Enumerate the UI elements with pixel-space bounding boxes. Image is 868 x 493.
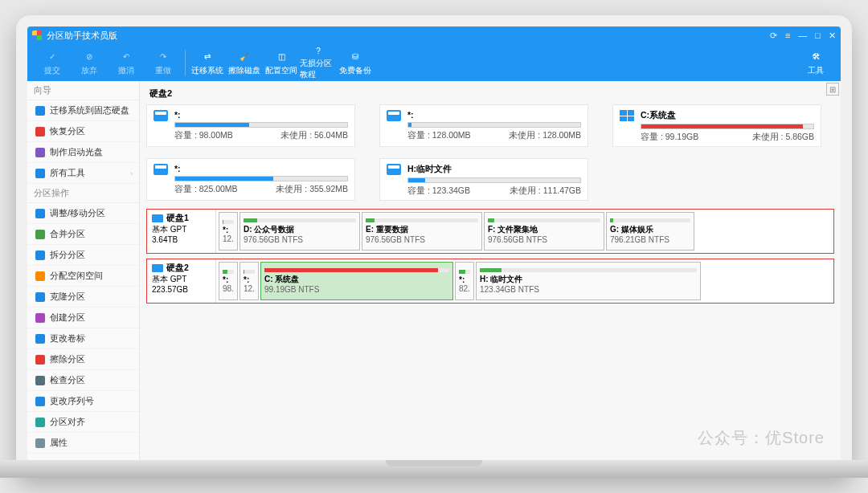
partition-card-4[interactable]: H:临时文件容量 : 123.34GB未使用 : 111.47GB (379, 158, 588, 201)
undo-button[interactable]: ↶撤消 (108, 45, 145, 80)
volume-name: *: (223, 275, 234, 284)
sidebar-item-label: 检查分区 (50, 374, 85, 386)
partition-card-3[interactable]: *:容量 : 825.00MB未使用 : 355.92MB (146, 158, 355, 201)
partition-meta: 容量 : 123.34GB未使用 : 111.47GB (407, 185, 581, 197)
sidebar-item-label: 恢复分区 (50, 125, 85, 137)
drive-icon (387, 110, 401, 121)
sidebar-item-ops-1[interactable]: 合并分区 (27, 224, 139, 245)
sidebar-item-label: 迁移系统到固态硬盘 (50, 104, 129, 116)
volume-1-1[interactable]: *:12... (240, 262, 259, 300)
sidebar-item-ops-0[interactable]: 调整/移动分区 (27, 203, 139, 224)
partition-card-0[interactable]: *:容量 : 98.00MB未使用 : 56.04MB (146, 104, 355, 147)
sidebar-item-label: 创建分区 (50, 312, 85, 324)
toolbar: ✓提交 ⊘放弃 ↶撤消 ↷重做 ⇄迁移系统 🧹擦除磁盘 ◫配置空间 ?无损分区教… (27, 44, 841, 81)
volume-meta: 796.21GB NTFS (610, 235, 690, 244)
sidebar-item-icon (35, 438, 45, 448)
sidebar-item-icon (35, 106, 45, 116)
discard-button[interactable]: ⊘放弃 (71, 45, 108, 80)
watermark: 公众号：优Store (698, 427, 825, 449)
volume-0-2[interactable]: E: 重要数据976.56GB NTFS (362, 212, 482, 251)
sidebar-item-label: 所有工具 (50, 167, 85, 179)
sidebar-item-ops-8[interactable]: 检查分区 (27, 370, 139, 391)
volume-0-3[interactable]: F: 文件聚集地976.56GB NTFS (484, 212, 604, 251)
commit-button[interactable]: ✓提交 (34, 45, 71, 80)
sidebar-group-wizard: 向导 (27, 81, 139, 100)
title-bar: 分区助手技术员版 ⟳ ≡ — □ ✕ (27, 26, 841, 44)
volume-1-3[interactable]: *:82... (455, 262, 474, 300)
tutorial-button[interactable]: ?无损分区教程 (300, 45, 337, 80)
volume-1-4[interactable]: H: 临时文件123.34GB NTFS (476, 262, 701, 300)
partition-name: *: (174, 164, 348, 173)
usage-bar (407, 177, 581, 183)
partition-name: C:系统盘 (641, 110, 814, 121)
sidebar-item-ops-4[interactable]: 克隆分区 (27, 287, 139, 308)
volume-meta: 12... (244, 284, 255, 293)
menu-icon[interactable]: ≡ (785, 31, 790, 41)
volume-0-4[interactable]: G: 媒体娱乐796.21GB NTFS (606, 212, 694, 251)
volume-meta: 12... (223, 234, 234, 243)
volume-area: *:12...D: 公众号数据976.56GB NTFSE: 重要数据976.5… (216, 210, 833, 253)
drive-icon (154, 110, 168, 121)
volume-1-0[interactable]: *:98... (219, 262, 238, 300)
sidebar-item-label: 更改序列号 (50, 395, 94, 407)
sidebar-item-wizard-2[interactable]: 制作启动光盘 (27, 142, 139, 163)
partition-name: *: (407, 110, 581, 120)
volume-1-2[interactable]: C: 系统盘99.19GB NTFS (260, 262, 453, 300)
erase-button[interactable]: 🧹擦除磁盘 (226, 45, 263, 80)
sidebar-item-wizard-3[interactable]: 所有工具› (27, 163, 139, 184)
sidebar-item-icon (35, 271, 45, 281)
disk-row-1: 硬盘2基本 GPT223.57GB*:98...*:12...C: 系统盘99.… (146, 259, 834, 304)
migrate-button[interactable]: ⇄迁移系统 (189, 45, 226, 80)
sidebar-item-ops-7[interactable]: 擦除分区 (27, 349, 139, 370)
volume-name: *: (223, 226, 234, 234)
sidebar-item-icon (35, 334, 45, 344)
volume-name: *: (244, 275, 255, 284)
disk-info[interactable]: 硬盘2基本 GPT223.57GB (147, 259, 216, 303)
drive-icon (154, 164, 168, 175)
volume-meta: 976.56GB NTFS (488, 235, 600, 244)
volume-meta: 82... (459, 284, 470, 293)
maximize-icon[interactable]: □ (815, 31, 821, 41)
disk-info[interactable]: 硬盘1基本 GPT3.64TB (147, 210, 216, 253)
sidebar-item-label: 属性 (50, 437, 68, 449)
sidebar-item-icon (35, 169, 45, 178)
sidebar-item-ops-2[interactable]: 拆分分区 (27, 245, 139, 266)
partition-card-1[interactable]: *:容量 : 128.00MB未使用 : 128.00MB (379, 104, 588, 147)
sidebar-item-ops-11[interactable]: 属性 (27, 433, 139, 454)
partition-name: *: (174, 110, 348, 120)
tools-button[interactable]: 🛠工具 (797, 45, 834, 80)
view-toggle-button[interactable]: ⊞ (826, 83, 839, 96)
space-button[interactable]: ◫配置空间 (263, 45, 300, 80)
sidebar-item-wizard-1[interactable]: 恢复分区 (27, 121, 139, 142)
sidebar-item-label: 更改卷标 (50, 332, 85, 344)
window-title: 分区助手技术员版 (47, 30, 117, 42)
volume-0-0[interactable]: *:12... (219, 212, 238, 251)
sidebar-item-ops-9[interactable]: 更改序列号 (27, 391, 139, 412)
redo-button[interactable]: ↷重做 (145, 45, 182, 80)
sidebar-item-icon (35, 376, 45, 385)
volume-name: E: 重要数据 (366, 224, 478, 235)
close-icon[interactable]: ✕ (829, 31, 836, 41)
sidebar: 向导 迁移系统到固态硬盘恢复分区制作启动光盘所有工具› 分区操作 调整/移动分区… (27, 81, 140, 460)
volume-meta: 123.34GB NTFS (480, 285, 697, 294)
refresh-icon[interactable]: ⟳ (770, 31, 777, 41)
sidebar-item-icon (35, 251, 45, 260)
partition-card-2[interactable]: C:系统盘容量 : 99.19GB未使用 : 5.86GB (612, 104, 821, 147)
usage-bar (174, 122, 348, 128)
volume-0-1[interactable]: D: 公众号数据976.56GB NTFS (240, 212, 360, 251)
sidebar-item-label: 合并分区 (50, 228, 85, 240)
sidebar-item-icon (35, 355, 45, 365)
volume-name: *: (459, 275, 470, 284)
volume-meta: 976.56GB NTFS (244, 235, 356, 244)
volume-name: F: 文件聚集地 (488, 224, 600, 235)
backup-button[interactable]: ⛁免费备份 (337, 45, 374, 80)
sidebar-item-ops-6[interactable]: 更改卷标 (27, 328, 139, 349)
sidebar-item-wizard-0[interactable]: 迁移系统到固态硬盘 (27, 100, 139, 121)
sidebar-item-ops-3[interactable]: 分配空闲空间 (27, 266, 139, 287)
minimize-icon[interactable]: — (798, 31, 807, 41)
partition-meta: 容量 : 99.19GB未使用 : 5.86GB (641, 132, 814, 143)
sidebar-item-label: 拆分分区 (50, 249, 85, 261)
sidebar-item-ops-5[interactable]: 创建分区 (27, 308, 139, 328)
sidebar-item-ops-10[interactable]: 分区对齐 (27, 412, 139, 433)
usage-bar (641, 124, 814, 129)
